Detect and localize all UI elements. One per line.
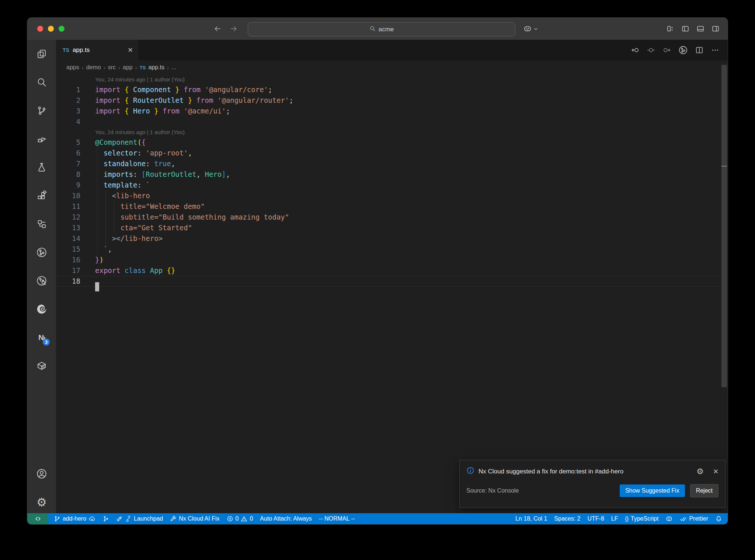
close-window-button[interactable]: [37, 26, 43, 32]
toggle-panel-icon[interactable]: [696, 25, 704, 33]
scrollbar-thumb[interactable]: [721, 65, 727, 387]
cursor-position-status[interactable]: Ln 18, Col 1: [515, 515, 547, 522]
line-number: 17: [56, 265, 80, 276]
language-mode-status[interactable]: {} TypeScript: [625, 515, 658, 522]
back-icon[interactable]: [213, 25, 222, 33]
maximize-window-button[interactable]: [59, 26, 65, 32]
eol-status[interactable]: LF: [611, 515, 618, 522]
search-icon[interactable]: [34, 75, 49, 90]
remote-indicator[interactable]: [27, 513, 48, 524]
package-explorer-icon[interactable]: [34, 358, 49, 373]
breadcrumb-item[interactable]: apps: [66, 64, 79, 71]
formatter-status[interactable]: Prettier: [680, 515, 708, 522]
cursor-overview-marker: [721, 166, 727, 167]
link-icon: [125, 515, 132, 522]
info-icon: [466, 466, 474, 476]
next-change-icon[interactable]: [662, 46, 671, 55]
code-line[interactable]: 16}): [56, 255, 721, 265]
code-line[interactable]: 8 imports: [RouterOutlet, Hero],: [56, 169, 721, 180]
git-branch-status[interactable]: add-hero: [54, 515, 95, 522]
run-and-debug-icon[interactable]: [34, 132, 49, 146]
wrench-icon: [170, 515, 177, 522]
code-line[interactable]: 12 subtitle="Build something amazing tod…: [56, 212, 721, 223]
accounts-icon[interactable]: [34, 466, 49, 481]
breadcrumb-item[interactable]: src: [108, 64, 116, 71]
previous-change-icon[interactable]: [631, 46, 640, 55]
code-line[interactable]: 10 <lib-hero: [56, 190, 721, 201]
reject-button[interactable]: Reject: [690, 484, 719, 497]
forward-icon[interactable]: [230, 25, 238, 33]
command-center-search[interactable]: acme: [248, 22, 515, 36]
commit-graph-icon[interactable]: [34, 245, 49, 260]
gitlens-search-icon[interactable]: [34, 273, 49, 288]
changes-icon[interactable]: [647, 46, 655, 55]
line-number: 14: [56, 233, 80, 244]
customize-layout-icon[interactable]: [666, 25, 674, 33]
close-tab-icon[interactable]: ✕: [128, 46, 133, 54]
status-bar: add-hero Launchpad Nx Cloud AI Fix 0 0: [27, 513, 728, 524]
toggle-primary-sidebar-icon[interactable]: [681, 25, 689, 33]
tab-app-ts[interactable]: TS app.ts ✕: [56, 40, 138, 60]
code-line[interactable]: 2import { RouterOutlet } from '@angular/…: [56, 95, 721, 106]
code-line[interactable]: 11 title="Welcmoe demo": [56, 201, 721, 212]
code-line[interactable]: 13 cta="Get Started": [56, 223, 721, 233]
breadcrumb-item[interactable]: app: [123, 64, 133, 71]
code-line[interactable]: 6 selector: 'app-root',: [56, 148, 721, 158]
source-control-icon[interactable]: [34, 103, 49, 118]
code-line[interactable]: 9 template: `: [56, 180, 721, 190]
breadcrumb: apps › demo › src › app › TS app.ts › ..…: [56, 60, 728, 74]
nx-console-icon[interactable]: N› 3: [34, 330, 49, 345]
breadcrumb-item[interactable]: demo: [86, 64, 101, 71]
notifications-bell-icon[interactable]: [715, 515, 722, 522]
code-line[interactable]: 7 standalone: true,: [56, 158, 721, 169]
code-line[interactable]: 18: [56, 276, 721, 287]
settings-gear-icon[interactable]: ⚙: [34, 495, 49, 510]
code-line[interactable]: 5@Component({: [56, 137, 721, 148]
line-number: 6: [56, 148, 80, 158]
launchpad-status[interactable]: Launchpad: [116, 515, 163, 522]
nx-cloud-ai-fix-status[interactable]: Nx Cloud AI Fix: [170, 515, 219, 522]
problems-status[interactable]: 0 0: [227, 515, 253, 522]
toggle-secondary-sidebar-icon[interactable]: [711, 25, 720, 33]
notification-settings-gear-icon[interactable]: ⚙: [696, 467, 704, 476]
code-line[interactable]: 3import { Hero } from '@acme/ui';: [56, 106, 721, 116]
code-line[interactable]: 14 ></lib-hero>: [56, 233, 721, 244]
notification-close-icon[interactable]: ✕: [713, 468, 719, 476]
project-structure-icon[interactable]: [34, 217, 49, 231]
nx-badge: 3: [43, 339, 50, 346]
breadcrumb-item[interactable]: app.ts: [148, 64, 164, 71]
tab-bar: TS app.ts ✕: [56, 40, 728, 60]
remote-icon: [34, 515, 42, 522]
gitlens-branch-status[interactable]: [102, 515, 109, 522]
vscode-window: acme: [27, 17, 728, 525]
code-editor[interactable]: You, 24 minutes ago | 1 author (You)1imp…: [56, 74, 721, 513]
line-number: 18: [56, 276, 80, 287]
indentation-status[interactable]: Spaces: 2: [554, 515, 580, 522]
line-number: 15: [56, 244, 80, 255]
show-suggested-fix-button[interactable]: Show Suggested Fix: [620, 484, 685, 497]
breadcrumb-item[interactable]: ...: [171, 64, 176, 71]
copilot-status[interactable]: [665, 515, 673, 522]
vim-mode-status[interactable]: -- NORMAL --: [319, 515, 355, 522]
code-line[interactable]: 1import { Component } from '@angular/cor…: [56, 84, 721, 95]
swirl-extension-icon[interactable]: [34, 302, 49, 316]
error-icon: [227, 515, 233, 522]
encoding-status[interactable]: UTF-8: [587, 515, 604, 522]
chevron-down-icon[interactable]: [533, 27, 538, 31]
scrollbar[interactable]: [721, 60, 728, 513]
editor-region: TS app.ts ✕: [56, 40, 728, 513]
explorer-icon[interactable]: [34, 46, 49, 61]
split-editor-icon[interactable]: [695, 46, 704, 55]
more-actions-icon[interactable]: [711, 46, 720, 55]
commit-graph-icon[interactable]: [678, 45, 688, 55]
code-line[interactable]: 17export class App {}: [56, 265, 721, 276]
warning-icon: [241, 515, 247, 522]
line-number: 16: [56, 255, 80, 265]
copilot-icon[interactable]: [523, 24, 532, 33]
minimize-window-button[interactable]: [48, 26, 54, 32]
extensions-icon[interactable]: [34, 188, 49, 203]
auto-attach-status[interactable]: Auto Attach: Always: [260, 515, 312, 522]
testing-icon[interactable]: [34, 160, 49, 175]
code-line[interactable]: 4: [56, 116, 721, 127]
code-line[interactable]: 15 `,: [56, 244, 721, 255]
